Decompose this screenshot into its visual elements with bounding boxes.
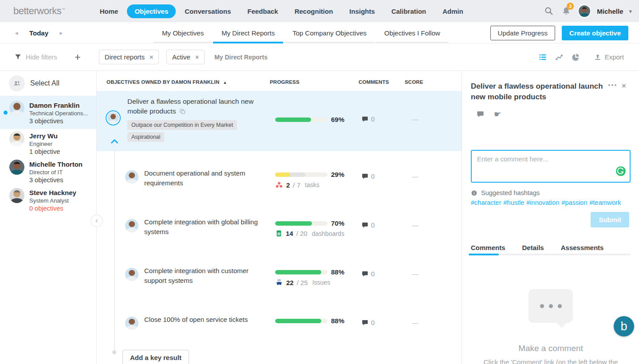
key-result-title[interactable]: Complete integration with customer suppo… (144, 266, 260, 286)
key-result-owner-avatar[interactable] (125, 317, 138, 330)
select-all-label: Select All (30, 79, 59, 87)
key-result-row[interactable]: Close 100% of open service tickets 88% 0… (97, 306, 462, 350)
detail-tab-assessments[interactable]: Assessments (561, 244, 604, 251)
tab-my-objectives[interactable]: My Objectives (154, 22, 212, 43)
filter-chip-direct-reports[interactable]: Direct reports× (99, 50, 159, 64)
grammarly-icon[interactable] (615, 165, 627, 179)
remove-filter-icon[interactable]: × (150, 54, 153, 61)
hashtag-link[interactable]: #innovation (526, 199, 559, 206)
more-options-icon[interactable] (608, 84, 616, 86)
progress-percent: 88% (331, 268, 344, 276)
person-row-steve-hackney[interactable]: Steve Hackney System Analyst 0 objective… (0, 186, 96, 214)
column-header-objectives-sort[interactable]: Objectives owned by Damon Franklin (106, 79, 227, 85)
person-row-damon-franklin[interactable]: Damon Franklin Technical Operations... 3… (0, 96, 96, 129)
update-progress-button[interactable]: Update Progress (490, 26, 556, 40)
search-icon[interactable] (543, 5, 555, 17)
hide-filters-toggle[interactable]: Hide filters (14, 53, 57, 61)
key-result-row[interactable]: Complete integration with customer suppo… (97, 257, 462, 306)
selected-indicator-dot (4, 111, 8, 115)
nav-item-admin[interactable]: Admin (435, 4, 471, 18)
comments-cell[interactable]: 0 (362, 115, 375, 123)
hashtag-link[interactable]: #hustle (504, 199, 525, 206)
user-name[interactable]: Michelle (597, 8, 623, 15)
key-result-owner-avatar[interactable] (125, 219, 138, 232)
person-row-michelle-thorton[interactable]: Michelle Thorton Director of IT 3 object… (0, 157, 96, 186)
tab-top-company-objectives[interactable]: Top Company Objectives (284, 22, 375, 43)
nav-item-conversations[interactable]: Conversations (177, 4, 238, 18)
hashtag-link[interactable]: #character (471, 199, 501, 206)
date-label: Today (29, 29, 48, 37)
user-avatar[interactable] (578, 4, 591, 18)
betterworks-logo[interactable]: betterworks™ (13, 5, 65, 17)
key-result-title[interactable]: Complete integration with global billing… (144, 217, 260, 237)
nav-item-home[interactable]: Home (92, 4, 126, 18)
hashtag-link[interactable]: #teamwork (590, 199, 621, 206)
collapse-key-results-icon[interactable] (110, 138, 118, 146)
objective-tag[interactable]: Outpace our Competition in Every Market (127, 120, 237, 130)
export-icon (594, 53, 602, 61)
key-result-owner-avatar[interactable] (125, 268, 138, 281)
tab-objectives-i-follow[interactable]: Objectives I Follow (376, 22, 449, 43)
add-key-result-button[interactable]: Add a key result (122, 350, 189, 364)
filter-chip-active[interactable]: Active× (166, 50, 205, 64)
person-objective-count: 0 objectives (29, 204, 76, 213)
comment-input[interactable] (472, 151, 630, 182)
comments-cell[interactable]: 0 (362, 270, 375, 278)
export-button[interactable]: Export (594, 53, 624, 61)
create-objective-button[interactable]: Create objective (562, 26, 628, 40)
empty-state-title: Make a comment (462, 344, 639, 353)
key-result-title[interactable]: Close 100% of open service tickets (144, 315, 277, 325)
progress-bar (275, 172, 327, 177)
betterworks-chat-widget[interactable]: b (614, 316, 634, 337)
comments-cell[interactable]: 0 (362, 172, 375, 180)
key-result-row[interactable]: Complete integration with global billing… (97, 208, 462, 257)
person-objective-count: 1 objective (29, 148, 60, 156)
close-panel-icon[interactable]: × (622, 82, 626, 90)
empty-state-subtitle: Click the 'Comment' link (on the left be… (462, 358, 639, 364)
key-result-title[interactable]: Document operational and system requirem… (144, 168, 260, 188)
copy-icon[interactable] (179, 108, 186, 117)
filter-context-label: My Direct Reports (214, 54, 268, 61)
nav-item-objectives[interactable]: Objectives (127, 4, 176, 18)
nav-item-calibration[interactable]: Calibration (384, 4, 434, 18)
key-result-owner-avatar[interactable] (125, 170, 138, 184)
detail-tab-details[interactable]: Details (522, 244, 544, 251)
done-count: 14 (286, 230, 293, 237)
user-menu-caret-icon[interactable] (629, 7, 632, 15)
key-result-row[interactable]: Document operational and system requirem… (97, 160, 462, 208)
submit-comment-button[interactable]: Submit (591, 212, 629, 227)
objective-row[interactable]: Deliver a flawless operational launch ne… (97, 91, 462, 151)
comments-cell[interactable]: 0 (362, 221, 375, 229)
objective-owner-avatar[interactable] (106, 110, 121, 125)
nav-item-recognition[interactable]: Recognition (287, 4, 341, 18)
list-view-icon[interactable] (538, 53, 547, 62)
add-filter-icon[interactable] (74, 54, 81, 61)
nav-item-feedback[interactable]: Feedback (240, 4, 285, 18)
nudge-icon[interactable] (494, 109, 501, 119)
funnel-icon (14, 53, 22, 61)
comment-bubble-icon[interactable] (477, 110, 484, 118)
pie-chart-view-icon[interactable] (571, 53, 580, 62)
detail-tab-comments[interactable]: Comments (471, 244, 505, 251)
comment-bubble-icon (362, 270, 368, 277)
date-next-icon[interactable]: ▸ (58, 29, 64, 36)
notifications-bell-icon[interactable]: 3 (560, 5, 572, 17)
avatar (9, 188, 24, 203)
progress-bar (275, 117, 327, 122)
column-header-progress: Progress (270, 79, 300, 85)
person-objective-count: 3 objectives (29, 176, 83, 184)
objective-tag[interactable]: Aspirational (127, 132, 164, 142)
person-row-jerry-wu[interactable]: Jerry Wu Engineer 1 objective (0, 129, 96, 157)
date-prev-icon[interactable]: ◂ (13, 29, 20, 36)
remove-filter-icon[interactable]: × (195, 54, 199, 61)
objective-title[interactable]: Deliver a flawless operational launch ne… (127, 97, 260, 117)
nav-item-insights[interactable]: Insights (342, 4, 383, 18)
tab-my-direct-reports[interactable]: My Direct Reports (213, 22, 283, 43)
select-all-row[interactable]: Select All (0, 71, 96, 96)
column-header-score: Score (405, 79, 423, 85)
comments-cell[interactable]: 0 (362, 319, 375, 326)
hashtag-link[interactable]: #passion (561, 199, 587, 206)
progression-view-icon[interactable] (555, 53, 564, 62)
score-cell: — (412, 270, 418, 278)
sidebar-collapse-handle[interactable] (91, 215, 103, 227)
